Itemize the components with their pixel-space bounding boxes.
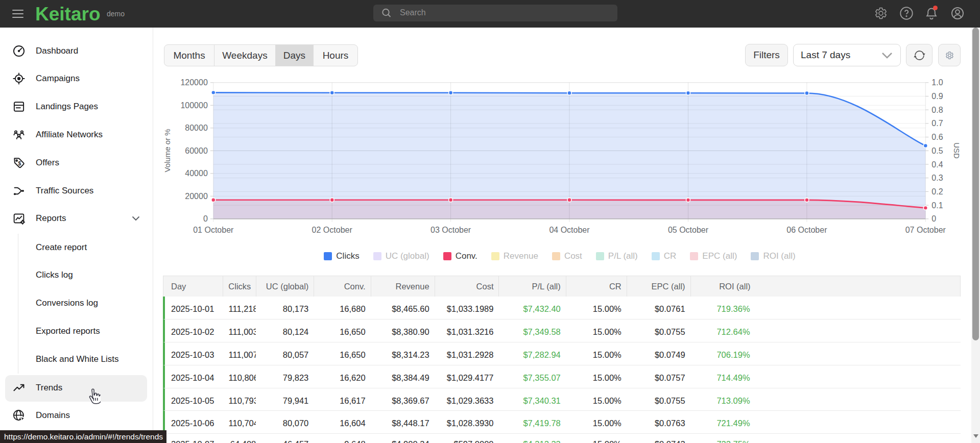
svg-text:60000: 60000 [185,146,208,155]
svg-text:40000: 40000 [185,169,208,178]
svg-text:0: 0 [203,214,208,223]
svg-text:0.6: 0.6 [931,133,943,141]
svg-text:0.5: 0.5 [931,146,943,155]
svg-text:0.9: 0.9 [931,92,943,101]
svg-text:0: 0 [931,214,936,223]
svg-text:USD: USD [952,142,961,159]
svg-text:0.3: 0.3 [931,174,943,182]
svg-text:06 October: 06 October [786,226,827,234]
svg-text:0.2: 0.2 [931,187,943,196]
svg-text:100000: 100000 [180,101,207,110]
svg-text:Volume or %: Volume or % [163,129,172,172]
svg-text:07 October: 07 October [905,226,946,234]
svg-text:1.0: 1.0 [931,78,943,87]
svg-text:80000: 80000 [185,124,208,132]
svg-text:0.4: 0.4 [931,160,943,169]
svg-text:02 October: 02 October [312,226,353,234]
svg-text:04 October: 04 October [549,226,590,234]
svg-text:0.7: 0.7 [931,119,943,128]
svg-text:$: $ [18,161,21,166]
svg-text:0.1: 0.1 [931,201,943,210]
svg-text:05 October: 05 October [668,226,709,234]
svg-text:01 October: 01 October [193,226,234,234]
svg-text:120000: 120000 [180,78,207,87]
svg-text:0.8: 0.8 [931,106,943,114]
svg-text:03 October: 03 October [431,226,471,234]
svg-text:20000: 20000 [185,192,208,201]
